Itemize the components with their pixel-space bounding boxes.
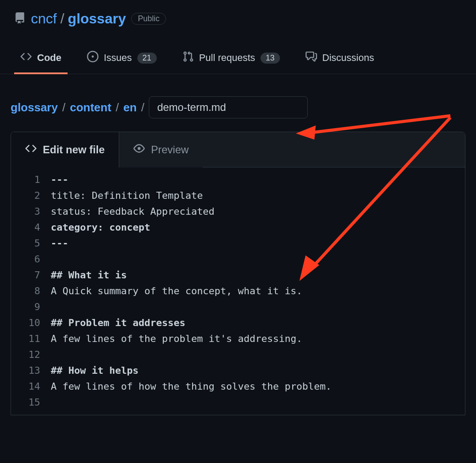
filename-input[interactable]	[149, 96, 308, 118]
editor-container: Edit new file Preview 1---2title: Defini…	[11, 132, 465, 415]
line-number: 11	[11, 331, 51, 347]
line-number: 14	[11, 379, 51, 395]
tab-code[interactable]: Code	[14, 45, 68, 74]
line-number: 8	[11, 283, 51, 299]
line-content: A Quick summary of the concept, what it …	[51, 283, 302, 299]
line-content: ---	[51, 235, 68, 251]
breadcrumb-separator: /	[141, 101, 144, 114]
code-line: 13## How it helps	[11, 363, 465, 379]
line-content: A few lines of how the thing solves the …	[51, 379, 332, 395]
editor-tabs: Edit new file Preview	[11, 132, 465, 167]
line-content: ---	[51, 172, 68, 188]
line-number: 1	[11, 172, 51, 188]
visibility-badge: Public	[131, 13, 166, 25]
editor-tab-edit-label: Edit new file	[43, 144, 105, 156]
code-line: 8A Quick summary of the concept, what it…	[11, 283, 465, 299]
code-line: 3status: Feedback Appreciated	[11, 204, 465, 220]
code-line: 14A few lines of how the thing solves th…	[11, 379, 465, 395]
issues-count: 21	[137, 53, 157, 64]
discussions-icon	[306, 51, 317, 65]
pull-request-icon	[182, 51, 194, 65]
path-separator: /	[60, 11, 64, 27]
code-line: 15	[11, 395, 465, 410]
editor-tab-preview-label: Preview	[151, 144, 189, 156]
line-content: ## How it helps	[51, 363, 139, 379]
code-line: 5---	[11, 235, 465, 251]
code-editor[interactable]: 1---2title: Definition Template3status: …	[11, 167, 465, 415]
line-number: 15	[11, 395, 51, 410]
repo-tab-nav: Code Issues 21 Pull requests 13 Discussi…	[0, 45, 476, 74]
code-line: 4category: concept	[11, 220, 465, 235]
line-number: 13	[11, 363, 51, 379]
repo-owner-link[interactable]: cncf	[31, 11, 57, 27]
code-icon	[25, 143, 37, 157]
tab-issues-label: Issues	[104, 52, 132, 64]
line-number: 5	[11, 235, 51, 251]
line-number: 6	[11, 251, 51, 267]
line-content: category: concept	[51, 220, 150, 235]
code-line: 6	[11, 251, 465, 267]
tab-issues[interactable]: Issues 21	[81, 45, 163, 74]
breadcrumb-part-0[interactable]: content	[70, 101, 111, 114]
code-line: 1---	[11, 172, 465, 188]
tab-pulls-label: Pull requests	[199, 52, 255, 64]
editor-tab-edit[interactable]: Edit new file	[11, 132, 119, 167]
line-content: ## Problem it addresses	[51, 315, 185, 331]
tab-code-label: Code	[37, 52, 61, 64]
code-line: 10## Problem it addresses	[11, 315, 465, 331]
line-number: 12	[11, 347, 51, 363]
tab-discussions-label: Discussions	[322, 52, 374, 64]
editor-tabs-spacer	[203, 132, 465, 167]
repo-name-link[interactable]: glossary	[68, 11, 126, 27]
repo-header: cncf / glossary Public	[0, 0, 476, 27]
line-content: A few lines of the problem it's addressi…	[51, 331, 302, 347]
line-content: title: Definition Template	[51, 188, 203, 204]
pulls-count: 13	[261, 53, 280, 64]
repo-path: cncf / glossary	[31, 11, 126, 27]
line-number: 7	[11, 267, 51, 283]
line-content: ## What it is	[51, 267, 127, 283]
code-line: 11A few lines of the problem it's addres…	[11, 331, 465, 347]
breadcrumb-root[interactable]: glossary	[11, 101, 58, 114]
breadcrumb: glossary / content / en /	[0, 74, 476, 132]
code-icon	[20, 51, 32, 65]
line-content: status: Feedback Appreciated	[51, 204, 215, 220]
tab-discussions[interactable]: Discussions	[299, 45, 380, 74]
line-number: 9	[11, 299, 51, 315]
line-number: 10	[11, 315, 51, 331]
line-number: 2	[11, 188, 51, 204]
repo-icon	[14, 12, 26, 26]
line-number: 3	[11, 204, 51, 220]
breadcrumb-separator: /	[116, 101, 119, 114]
tab-pull-requests[interactable]: Pull requests 13	[176, 45, 286, 74]
code-line: 7## What it is	[11, 267, 465, 283]
line-number: 4	[11, 220, 51, 235]
editor-tab-preview[interactable]: Preview	[119, 132, 203, 167]
eye-icon	[133, 143, 145, 157]
issues-icon	[87, 51, 98, 65]
code-line: 12	[11, 347, 465, 363]
code-line: 9	[11, 299, 465, 315]
breadcrumb-separator: /	[62, 101, 65, 114]
code-line: 2title: Definition Template	[11, 188, 465, 204]
breadcrumb-part-1[interactable]: en	[123, 101, 136, 114]
